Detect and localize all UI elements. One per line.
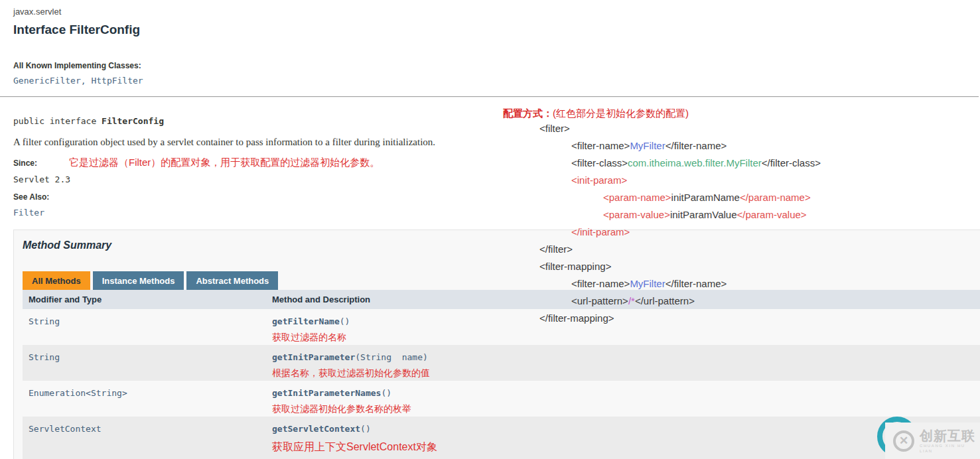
watermark-box: ✕ 创新互联 CHUANG XIN HU LIAN [885,423,980,459]
interface-signature: public interface FilterConfig [13,116,164,126]
method-type-cell: String [23,345,266,381]
xml-segment: <param-value> [603,209,670,220]
watermark-subtitle: CHUANG XIN HU LIAN [920,443,980,454]
see-also-filter-link[interactable]: Filter [13,208,44,218]
since-label: Since: [13,159,37,168]
xml-segment: com.itheima.web.filter.MyFilter [628,157,762,168]
method-type-cell: Enumeration<String> [23,381,266,417]
link-separator: , [81,76,92,86]
xml-line: <filter-mapping> [503,258,821,275]
page-title: Interface FilterConfig [13,23,140,37]
javadoc-page: { "package": "javax.servlet", "title": "… [0,0,980,459]
xml-segment: <filter-name> [571,278,630,289]
xml-line: <param-value>initParamValue</param-value… [503,206,821,224]
implementing-classes-links: GenericFilter, HttpFilter [13,76,143,86]
method-description-cell: getInitParameter(String name)根据名称，获取过滤器初… [266,345,980,381]
xml-line: <filter-name>MyFilter</filter-name> [503,275,821,293]
xml-line: </init-param> [503,224,821,241]
xml-line: <init-param> [503,172,821,189]
method-signature: getInitParameterNames() [272,388,391,398]
xml-line: <url-pattern>/*</url-pattern> [503,293,821,310]
watermark-text: 创新互联 CHUANG XIN HU LIAN [920,428,980,454]
xml-segment: initParamName [671,192,740,203]
implementing-classes-label: All Known Implementing Classes: [13,61,141,70]
method-row: StringgetFilterName()获取过滤器的名称 [23,309,980,345]
xml-segment: </filter-mapping> [539,312,614,324]
method-row: ServletContextgetServletContext()获取应用上下文… [23,417,980,459]
xml-segment: </filter-class> [762,157,821,168]
method-return-type: ServletContext [29,424,102,434]
xml-segment: <filter> [539,123,570,134]
xml-segment: </filter> [539,243,573,255]
method-signature: getFilterName() [272,316,350,326]
xml-line: </filter-mapping> [503,310,821,327]
signature-modifiers: public interface [13,116,102,126]
method-name-link[interactable]: getFilterName [272,316,340,326]
col-header-modifier-type: Modifier and Type [23,290,266,309]
method-summary-table: Modifier and Type Method and Description… [23,290,980,459]
xml-config-heading: 配置方式：(红色部分是初始化参数的配置) [503,107,821,120]
method-type-cell: String [23,309,266,345]
xml-config-overlay: 配置方式：(红色部分是初始化参数的配置) <filter><filter-nam… [503,107,821,327]
xml-segment: /* [628,295,635,306]
xml-segment: MyFilter [630,140,665,151]
xml-config-heading-rest: (红色部分是初始化参数的配置) [553,107,689,119]
xml-line: <filter> [503,120,821,137]
xml-segment: </filter-name> [665,140,727,151]
method-summary-section: Method Summary All MethodsInstance Metho… [13,230,980,459]
xml-segment: <init-param> [571,174,627,186]
xml-segment: initParamValue [670,209,737,220]
tab-abstract-methods[interactable]: Abstract Methods [186,271,278,290]
xml-segment: <param-name> [603,192,671,203]
xml-segment: <filter-mapping> [539,261,611,272]
method-return-type: String [29,316,60,326]
see-also-label: See Also: [13,192,49,202]
signature-name: FilterConfig [102,116,164,126]
watermark: ✕ 创新互联 CHUANG XIN HU LIAN [876,411,980,459]
method-annotation: 获取过滤器初始化参数名称的枚举 [272,403,980,415]
xml-line: <filter-name>MyFilter</filter-name> [503,137,821,155]
method-tabs: All MethodsInstance MethodsAbstract Meth… [23,271,281,290]
xml-segment: </init-param> [571,226,630,237]
xml-segment: </param-name> [740,192,811,203]
method-summary-title: Method Summary [23,239,111,251]
method-name-link[interactable]: getInitParameter [272,352,355,362]
xml-segment: </url-pattern> [635,295,695,306]
method-row: StringgetInitParameter(String name)根据名称，… [23,345,980,381]
method-signature: getInitParameter(String name) [272,352,428,362]
tab-instance-methods[interactable]: Instance Methods [93,271,184,290]
method-type-cell: ServletContext [23,417,266,459]
method-annotation: 获取应用上下文ServletContext对象 [272,440,980,454]
since-annotation: 它是过滤器（Filter）的配置对象，用于获取配置的过滤器初始化参数。 [69,157,380,169]
interface-description: A filter configuration object used by a … [13,137,435,148]
xml-line: <filter-class>com.itheima.web.filter.MyF… [503,155,821,172]
xml-segment: </param-value> [737,209,807,220]
xml-line: </filter> [503,241,821,258]
package-name: javax.servlet [13,7,61,17]
method-name-link[interactable]: getServletContext [272,424,360,434]
method-description-cell: getInitParameterNames()获取过滤器初始化参数名称的枚举 [266,381,980,417]
method-name-link[interactable]: getInitParameterNames [272,388,381,398]
method-row: Enumeration<String>getInitParameterNames… [23,381,980,417]
xml-segment: MyFilter [630,278,665,289]
tab-all-methods[interactable]: All Methods [23,271,90,290]
table-header-row: Modifier and Type Method and Description [23,290,980,309]
xml-line: <param-name>initParamName</param-name> [503,189,821,206]
xml-segment: <url-pattern> [571,295,628,306]
method-table-body: StringgetFilterName()获取过滤器的名称StringgetIn… [23,309,980,459]
xml-segment: </filter-name> [665,278,727,289]
xml-segment: <filter-name> [571,140,630,151]
link-httpfilter[interactable]: HttpFilter [91,76,143,86]
method-annotation: 获取过滤器的名称 [272,332,980,344]
divider [0,96,979,98]
watermark-name: 创新互联 [920,428,980,443]
method-signature: getServletContext() [272,424,371,434]
method-description-cell: getServletContext()获取应用上下文ServletContext… [266,417,980,459]
since-value: Servlet 2.3 [13,174,70,184]
xml-config-heading-bold: 配置方式： [503,107,553,119]
method-return-type: String [29,352,60,362]
method-annotation: 根据名称，获取过滤器初始化参数的值 [272,367,980,379]
cx-logo-icon: ✕ [893,430,914,452]
xml-segment: <filter-class> [571,157,628,168]
link-genericfilter[interactable]: GenericFilter [13,76,81,86]
